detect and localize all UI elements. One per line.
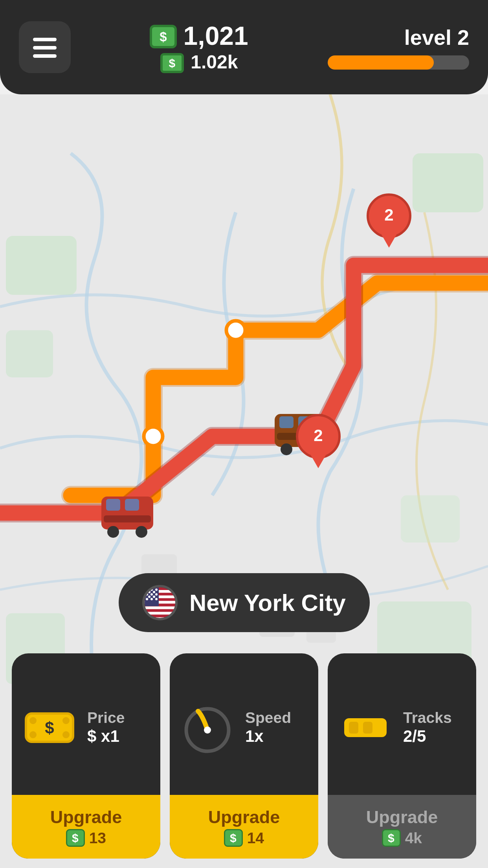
svg-point-44	[150, 598, 153, 600]
bottom-cards: $ Price $ x1 Upgrade	[0, 644, 488, 868]
svg-point-55	[62, 717, 70, 724]
menu-icon	[33, 37, 57, 57]
svg-rect-34	[145, 612, 178, 614]
svg-point-53	[29, 717, 37, 724]
tracks-icon	[339, 701, 391, 753]
speed-cost-value: 14	[247, 829, 264, 847]
tracks-upgrade-button[interactable]: Upgrade 4k	[328, 795, 476, 859]
speed-value: 1x	[245, 726, 291, 745]
price-cost-value: 13	[89, 829, 106, 847]
svg-rect-19	[125, 499, 139, 511]
tracks-cost-value: 4k	[405, 829, 422, 847]
svg-point-37	[146, 588, 148, 591]
svg-point-49	[153, 596, 155, 598]
svg-rect-12	[279, 416, 294, 428]
svg-point-41	[150, 593, 153, 596]
svg-text:$: $	[45, 718, 54, 737]
money-secondary: 1.02k	[161, 52, 238, 73]
money-icon-small	[161, 53, 184, 73]
svg-point-10	[144, 427, 163, 446]
svg-point-22	[136, 526, 147, 538]
svg-rect-33	[145, 607, 178, 609]
top-bar: 1,021 1.02k level 2	[0, 0, 488, 94]
price-btn-label: Upgrade	[50, 807, 122, 827]
price-card-info: Price $ x1	[87, 709, 125, 745]
svg-rect-0	[6, 236, 77, 295]
tracks-value: 2/5	[403, 726, 452, 745]
svg-rect-5	[401, 495, 460, 542]
price-card: $ Price $ x1 Upgrade	[12, 653, 160, 859]
tracks-cost-icon	[382, 829, 400, 847]
speed-card-top: Speed 1x	[170, 653, 318, 795]
tracks-card-top: Tracks 2/5	[328, 653, 476, 795]
speed-upgrade-button[interactable]: Upgrade 14	[170, 795, 318, 859]
tracks-card: Tracks 2/5 Upgrade 4k	[328, 653, 476, 859]
money-icon-large	[150, 25, 176, 48]
city-name: New York City	[189, 589, 346, 616]
svg-rect-1	[6, 330, 53, 377]
svg-point-58	[204, 726, 211, 733]
svg-rect-18	[106, 499, 120, 511]
speed-card-info: Speed 1x	[245, 709, 291, 745]
svg-text:2: 2	[314, 426, 323, 445]
price-value: $ x1	[87, 726, 125, 745]
city-label[interactable]: New York City	[119, 573, 369, 632]
flag-icon	[142, 585, 178, 620]
svg-point-54	[29, 731, 37, 738]
level-progress-bar	[328, 55, 469, 69]
svg-marker-28	[309, 452, 328, 468]
menu-button[interactable]	[19, 21, 71, 73]
svg-point-38	[150, 588, 153, 591]
map-area[interactable]: 2 2	[0, 94, 488, 868]
money-main-value: 1,021	[183, 21, 248, 52]
tracks-btn-cost: 4k	[382, 829, 422, 847]
price-card-top: $ Price $ x1	[12, 653, 160, 795]
level-text: level 2	[404, 26, 469, 50]
price-icon: $	[24, 701, 75, 753]
svg-rect-2	[413, 153, 483, 212]
svg-point-48	[148, 596, 150, 598]
level-display: level 2	[328, 26, 469, 69]
svg-point-21	[107, 526, 119, 538]
price-cost-icon	[66, 829, 84, 847]
svg-rect-35	[145, 617, 178, 620]
svg-point-39	[155, 588, 158, 591]
speed-btn-cost: 14	[224, 829, 264, 847]
speed-title: Speed	[245, 709, 291, 726]
money-secondary-value: 1.02k	[191, 52, 238, 73]
svg-rect-60	[349, 721, 358, 733]
svg-point-42	[155, 593, 158, 596]
svg-point-46	[148, 591, 150, 593]
speed-card: Speed 1x Upgrade 14	[170, 653, 318, 859]
tracks-title: Tracks	[403, 709, 452, 726]
money-main: 1,021	[150, 21, 248, 52]
price-upgrade-button[interactable]: Upgrade 13	[12, 795, 160, 859]
level-bar-fill	[328, 55, 434, 69]
money-display: 1,021 1.02k	[150, 21, 248, 73]
price-title: Price	[87, 709, 125, 726]
svg-text:2: 2	[384, 206, 393, 224]
svg-marker-25	[380, 231, 398, 248]
speed-cost-icon	[224, 829, 242, 847]
svg-point-56	[62, 731, 70, 738]
tracks-card-info: Tracks 2/5	[403, 709, 452, 745]
svg-rect-61	[363, 721, 372, 733]
tracks-btn-label: Upgrade	[366, 807, 438, 827]
svg-point-47	[153, 591, 155, 593]
speed-icon	[182, 701, 233, 753]
svg-point-45	[155, 598, 158, 600]
svg-point-43	[146, 598, 148, 600]
svg-point-40	[146, 593, 148, 596]
svg-point-15	[281, 443, 292, 455]
speed-btn-label: Upgrade	[208, 807, 280, 827]
svg-point-9	[226, 321, 245, 340]
svg-rect-20	[104, 515, 151, 522]
price-btn-cost: 13	[66, 829, 106, 847]
